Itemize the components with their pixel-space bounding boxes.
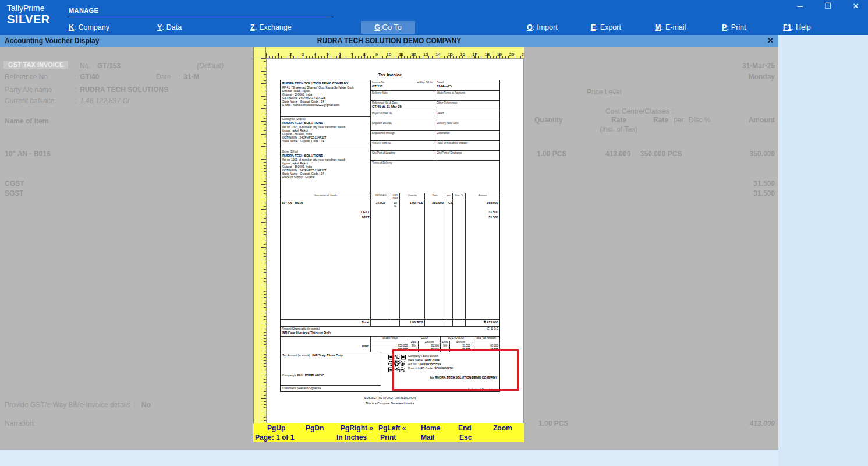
per-column-header: per [674, 116, 683, 124]
amount-in-words: Amount Chargeable (in words) E. & O.E IN… [281, 326, 499, 336]
meta-row: Dispatch Doc No. Delivery Note Date [371, 121, 499, 131]
meta-label: Vessel/Flight No. [372, 142, 434, 145]
meta-label: City/Port of Discharge [437, 151, 498, 155]
meta-value: GT/40 dt. 31-Mar-25 [372, 105, 434, 108]
sgst-ledger-amount: 31.500 [753, 189, 775, 197]
total-quantity: 1.00 PCS [400, 320, 425, 326]
menu-separator: : [792, 23, 793, 31]
invoice-body: RUDRA TECH SOLUTION DEMO COMPANY FF 41, … [280, 80, 500, 392]
tax-col-header: SGST/UTGST [441, 337, 472, 341]
tax-summary-spacer: Total: [281, 337, 371, 352]
ruler-number: 13 [420, 52, 432, 57]
tax-sub-header: Rate [409, 341, 419, 344]
tax-sgst-amount: 31.500 [450, 344, 472, 348]
provide-gst-label: Provide GST/e-Way Bill/e-Invoice details [5, 401, 130, 409]
voucher-no-label: No. [80, 62, 91, 70]
menu-company[interactable]: K:Company [69, 23, 109, 31]
voucher-display-background: GST TAX INVOICE No. GT/153 (Default) 31-… [0, 47, 778, 450]
column-header: GST Rate [391, 193, 400, 200]
menu-section-label: MANAGE [69, 7, 332, 14]
meta-label: Dispatch Doc No. [372, 122, 434, 125]
meta-row: Dispatched through Destination [371, 131, 499, 141]
ruler-number: 20 [505, 52, 518, 57]
ruler-number: 12 [408, 52, 420, 57]
item-hsn: 283825 [371, 200, 391, 210]
esc-button[interactable]: Esc [459, 433, 472, 442]
meta-row-terms: Terms of Delivery [371, 161, 499, 193]
meta-label: Invoice No. [372, 81, 385, 84]
menu-data[interactable]: Y:Data [157, 23, 182, 31]
menu-label: Help [796, 23, 811, 31]
tax-cgst-rate: 9% [409, 344, 419, 348]
ruler-number: 17 [469, 52, 481, 57]
print-preview-window: 0123456789101112131415161718192021 Tax I… [253, 47, 524, 442]
tax-invoice: Tax Invoice RUDRA TECH SOLUTION DEMO COM… [280, 59, 500, 423]
item-description: 10" AN - B016 [281, 200, 371, 210]
amount-column-header: Amount [749, 116, 775, 124]
cgst-ledger-label: CGST [5, 179, 24, 188]
invoice-bottom-left: Tax Amount (in words) : INR Sixty Three … [281, 352, 381, 393]
ruler-number: 21 [518, 52, 524, 57]
pgright-button[interactable]: PgRight » [341, 424, 373, 432]
menu-exchange[interactable]: Z:Exchange [250, 23, 292, 31]
tax-line-name: SGST [281, 215, 371, 220]
reference-value: GT/40 [80, 73, 99, 81]
menu-label: Import [537, 23, 557, 31]
current-balance-value: 1,46,122,897 Cr [80, 97, 130, 105]
meta-value: GT/153 [372, 84, 434, 88]
meta-label: Other References [437, 101, 498, 105]
units-button[interactable]: In Inches [336, 433, 367, 442]
tax-col-header: CGST [409, 337, 441, 341]
minimize-icon[interactable]: ─ [795, 2, 805, 10]
pgdn-button[interactable]: PgDn [306, 424, 324, 432]
menu-export[interactable]: E:Export [591, 23, 621, 31]
narration-label: Narration: [5, 419, 36, 428]
voucher-date: 31-Mar-25 [742, 62, 775, 70]
seller-block: RUDRA TECH SOLUTION DEMO COMPANY FF 41, … [281, 80, 370, 116]
column-header: per [445, 193, 453, 200]
pgleft-button[interactable]: PgLeft « [378, 424, 406, 432]
tax-col-header: Taxable Value [371, 337, 409, 341]
maximize-icon[interactable]: ❐ [823, 2, 833, 10]
ruler-number: 11 [395, 52, 408, 57]
item-rate-incl: 413.000 [605, 150, 630, 158]
pgup-button[interactable]: PgUp [267, 424, 285, 432]
item-rate: 350.000 [425, 200, 445, 210]
menu-key: M [655, 23, 661, 31]
menu-goto[interactable]: G:Go To [361, 21, 415, 34]
jurisdiction-note: SUBJECT TO RAJKOT JURISDICTION [280, 396, 500, 401]
top-menu-bar: TallyPrime SILVER MANAGE K:Company Y:Dat… [0, 0, 868, 35]
mail-button[interactable]: Mail [421, 433, 434, 442]
end-button[interactable]: End [458, 424, 472, 432]
item-rate-per: 350.000 PCS [640, 150, 682, 158]
meta-row: Vessel/Flight No. Place of receipt by sh… [371, 141, 499, 151]
pan-value: DSFPL0265Z [305, 373, 324, 377]
column-header: Description of Goods [281, 193, 371, 200]
menu-label: Print [731, 23, 746, 31]
menu-separator: : [533, 23, 534, 31]
tax-total-label: Total: [362, 344, 369, 348]
customer-seal-label: Customer's Seal and Signature [281, 385, 381, 393]
close-icon[interactable]: ✕ [851, 2, 861, 10]
menu-separator: : [727, 23, 728, 31]
quantity-column-header: Quantity [534, 116, 563, 124]
bank-details-highlight-box [392, 349, 519, 391]
date-partial-value: 31-M [183, 73, 199, 81]
screen-close-icon[interactable]: ✕ [767, 36, 774, 45]
column-header: Disc. % [453, 193, 466, 200]
tax-sub-header: Amount [419, 341, 441, 344]
menu-print[interactable]: P:Print [722, 23, 746, 31]
menu-label: Data [166, 23, 182, 31]
menu-label: Exchange [259, 23, 292, 31]
meta-row: City/Port of Loading City/Port of Discha… [371, 151, 499, 161]
zoom-button[interactable]: Zoom [493, 424, 512, 432]
tax-total-amount: 63.000 [472, 344, 499, 348]
menu-email[interactable]: M:E-mail [655, 23, 686, 31]
menu-help[interactable]: F1:Help [783, 23, 811, 31]
party-label: Party A/c name [5, 86, 52, 94]
menu-key: F1 [783, 23, 792, 31]
cost-centre-label: Cost Centre/Classes : [605, 107, 674, 115]
home-button[interactable]: Home [421, 424, 440, 432]
print-button[interactable]: Print [380, 433, 396, 442]
menu-import[interactable]: O:Import [527, 23, 558, 31]
